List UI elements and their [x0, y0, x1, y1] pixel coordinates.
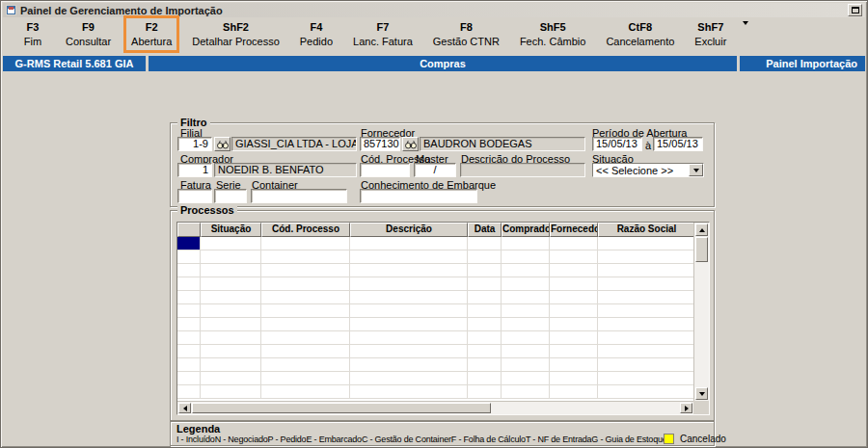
grid-cell[interactable] — [598, 318, 695, 331]
grid-cell[interactable] — [468, 291, 502, 304]
grid-cell[interactable] — [177, 304, 201, 318]
vertical-scrollbar[interactable] — [693, 223, 709, 401]
grid-cell[interactable] — [261, 318, 350, 331]
toolbar-button-lanc-fatura[interactable]: F7 Lanc. Fatura — [349, 19, 417, 49]
toolbar-button-consultar[interactable]: F9 Consultar — [62, 19, 115, 49]
grid-cell[interactable] — [177, 331, 201, 345]
grid-cell[interactable] — [261, 304, 350, 318]
column-header-fornecedor[interactable]: Fornecedor — [550, 223, 598, 237]
scroll-right-button[interactable] — [680, 403, 692, 413]
master-input[interactable]: / — [414, 163, 456, 177]
grid-cell[interactable] — [261, 372, 350, 385]
toolbar-button-pedido[interactable]: F4 Pedido — [296, 19, 337, 49]
grid-cell[interactable] — [550, 318, 598, 331]
grid-cell[interactable] — [598, 358, 695, 372]
maximize-button[interactable] — [848, 4, 862, 16]
grid-cell[interactable] — [598, 237, 695, 250]
grid-cell[interactable] — [598, 331, 695, 345]
column-header-descricao[interactable]: Descrição — [350, 223, 468, 237]
grid-cell[interactable] — [261, 331, 350, 345]
toolbar-button-fech-cambio[interactable]: ShF5 Fech. Câmbio — [516, 19, 589, 49]
grid-cell[interactable] — [201, 304, 261, 318]
filial-code-input[interactable]: 1-9 — [177, 137, 212, 151]
grid-cell[interactable] — [350, 237, 468, 250]
table-row[interactable] — [177, 385, 695, 399]
toolbar-button-gestao-ctnr[interactable]: F8 Gestão CTNR — [429, 19, 503, 49]
grid-cell[interactable] — [201, 385, 261, 399]
grid-cell[interactable] — [261, 385, 350, 399]
grid-cell[interactable] — [598, 277, 695, 291]
grid-cell[interactable] — [502, 345, 550, 358]
comprador-code-input[interactable]: 1 — [177, 163, 212, 177]
grid-cell[interactable] — [550, 237, 598, 250]
grid-cell[interactable] — [468, 358, 502, 372]
fornecedor-lookup-button[interactable] — [402, 137, 419, 151]
grid-cell[interactable] — [550, 277, 598, 291]
grid-cell[interactable] — [201, 277, 261, 291]
grid-cell[interactable] — [502, 277, 550, 291]
scroll-left-button[interactable] — [178, 403, 191, 413]
toolbar-button-cancelamento[interactable]: CtF8 Cancelamento — [602, 19, 678, 49]
grid-cell[interactable] — [502, 304, 550, 318]
grid-cell[interactable] — [177, 385, 201, 399]
grid-cell[interactable] — [261, 291, 350, 304]
grid-cell[interactable] — [350, 304, 468, 318]
periodo-from-input[interactable]: 15/05/13 — [592, 137, 642, 151]
table-row[interactable] — [177, 372, 695, 385]
column-header-razao-social[interactable]: Razão Social — [598, 223, 695, 237]
grid-cell[interactable] — [201, 331, 261, 345]
table-row[interactable] — [177, 331, 695, 345]
grid-cell[interactable] — [468, 250, 502, 264]
table-row[interactable] — [177, 237, 695, 250]
grid-cell[interactable] — [468, 264, 502, 277]
grid-cell[interactable] — [201, 358, 261, 372]
scroll-down-button[interactable] — [695, 387, 708, 400]
situacao-select[interactable]: << Selecione >> — [592, 163, 704, 177]
grid-cell[interactable] — [502, 237, 550, 250]
toolbar-button-abertura[interactable]: F2 Abertura — [127, 19, 176, 49]
table-row[interactable] — [177, 250, 695, 264]
grid-cell[interactable] — [468, 372, 502, 385]
grid-cell[interactable] — [350, 372, 468, 385]
toolbar-button-detalhar-processo[interactable]: ShF2 Detalhar Processo — [188, 19, 284, 49]
grid-cell[interactable] — [261, 237, 350, 250]
grid-cell[interactable] — [350, 385, 468, 399]
table-row[interactable] — [177, 304, 695, 318]
grid-cell[interactable] — [177, 264, 201, 277]
grid-cell[interactable] — [550, 345, 598, 358]
grid-cell[interactable] — [598, 264, 695, 277]
grid-cell[interactable] — [598, 345, 695, 358]
grid-cell[interactable] — [261, 358, 350, 372]
grid-cell[interactable] — [350, 250, 468, 264]
column-header-comprador[interactable]: Comprador — [502, 223, 550, 237]
grid-cell[interactable] — [350, 331, 468, 345]
grid-cell[interactable] — [177, 372, 201, 385]
grid-cell[interactable] — [350, 291, 468, 304]
grid-cell[interactable] — [468, 237, 502, 250]
grid-cell[interactable] — [468, 304, 502, 318]
grid-cell[interactable] — [201, 372, 261, 385]
situacao-dropdown-button[interactable] — [689, 164, 703, 176]
grid-cell[interactable] — [177, 358, 201, 372]
scroll-up-button[interactable] — [695, 224, 708, 236]
grid-cell[interactable] — [201, 264, 261, 277]
grid-cell[interactable] — [598, 385, 695, 399]
grid-cell[interactable] — [550, 250, 598, 264]
horizontal-scrollbar[interactable] — [177, 401, 693, 414]
grid-cell[interactable] — [201, 237, 261, 250]
grid-cell[interactable] — [177, 277, 201, 291]
grid-cell[interactable] — [550, 291, 598, 304]
toolbar-overflow-button[interactable] — [743, 25, 748, 42]
grid-cell[interactable] — [550, 331, 598, 345]
grid-cell[interactable] — [598, 291, 695, 304]
grid-cell[interactable] — [350, 358, 468, 372]
grid-cell[interactable] — [350, 318, 468, 331]
grid-cell[interactable] — [598, 304, 695, 318]
grid-cell[interactable] — [177, 291, 201, 304]
grid-cell[interactable] — [502, 250, 550, 264]
grid-cell[interactable] — [201, 345, 261, 358]
grid-cell[interactable] — [550, 264, 598, 277]
grid-cell[interactable] — [468, 331, 502, 345]
grid-cell[interactable] — [502, 385, 550, 399]
column-header-situacao[interactable]: Situação — [201, 223, 261, 237]
